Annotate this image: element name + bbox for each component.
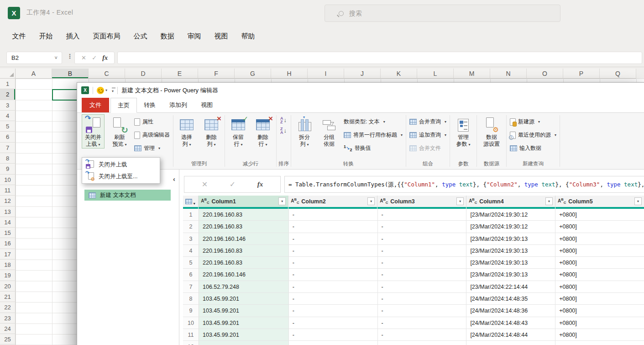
table-cell[interactable]: 220.196.160.146: [199, 233, 289, 244]
column-header-F[interactable]: F: [198, 69, 235, 79]
collapse-pane-icon[interactable]: ‹: [173, 175, 175, 183]
table-cell[interactable]: +0800]: [555, 209, 644, 220]
row-header-2[interactable]: 2: [0, 89, 16, 100]
pq-tab-view[interactable]: 视图: [194, 98, 220, 112]
table-cell[interactable]: -: [289, 269, 378, 280]
new-source-button[interactable]: 新建源: [508, 115, 558, 128]
table-cell[interactable]: [23/Mar/2024:19:30:12: [466, 209, 555, 220]
column-header-Column5[interactable]: ABCColumn5▼: [555, 196, 644, 207]
row-header-23[interactable]: 23: [0, 313, 16, 324]
table-cell[interactable]: -: [289, 221, 378, 232]
row-header-15[interactable]: 15: [0, 228, 16, 238]
row-number[interactable]: 10: [183, 317, 199, 329]
table-cell[interactable]: 220.196.160.83: [199, 209, 289, 220]
row-header-16[interactable]: 16: [0, 238, 16, 249]
formula-bar-input[interactable]: [117, 52, 642, 64]
row-number[interactable]: 2: [183, 221, 199, 232]
table-cell[interactable]: -: [378, 269, 467, 280]
table-row[interactable]: 11103.45.99.201--[24/Mar/2024:14:48:44+0…: [183, 329, 644, 341]
merge-queries-button[interactable]: 合并查询: [408, 115, 448, 128]
chevron-down-icon[interactable]: ▾: [105, 88, 107, 92]
manage-button[interactable]: 管理: [133, 142, 171, 155]
filter-dropdown-button[interactable]: ▼: [367, 197, 375, 205]
row-header-25[interactable]: 25: [0, 334, 16, 345]
row-number[interactable]: 8: [183, 293, 199, 304]
excel-tab-file[interactable]: 文件: [5, 27, 32, 46]
properties-button[interactable]: 属性: [133, 115, 171, 128]
menu-item-close-and-load[interactable]: ↷ 关闭并上载: [82, 159, 160, 170]
table-cell[interactable]: [24/Mar/2024:14:48:36: [466, 305, 555, 316]
table-cell[interactable]: [378, 341, 467, 345]
table-cell[interactable]: -: [289, 281, 378, 292]
table-cell[interactable]: -: [378, 281, 467, 292]
table-cell[interactable]: +0800]: [555, 233, 644, 244]
pq-tab-home[interactable]: 主页: [110, 98, 137, 113]
name-box[interactable]: B2 ˅: [6, 52, 62, 64]
row-header-5[interactable]: 5: [0, 121, 16, 132]
row-number[interactable]: 9: [183, 305, 199, 316]
replace-values-button[interactable]: 1↘2 替换值: [342, 142, 404, 155]
table-cell[interactable]: [555, 341, 644, 345]
text-type-icon[interactable]: ABC: [201, 197, 209, 205]
text-type-icon[interactable]: ABC: [291, 197, 299, 205]
table-row[interactable]: 9103.45.99.201--[24/Mar/2024:14:48:36+08…: [183, 305, 644, 317]
table-cell[interactable]: [289, 341, 378, 345]
table-row[interactable]: 7106.52.79.248--[23/Mar/2024:22:14:44+08…: [183, 281, 644, 293]
row-header-9[interactable]: 9: [0, 164, 16, 174]
table-cell[interactable]: [24/Mar/2024:14:48:44: [466, 329, 555, 340]
recent-sources-button[interactable]: 最近使用的源: [508, 128, 558, 142]
ribbon-display-options-icon[interactable]: ▾: [112, 88, 114, 93]
table-cell[interactable]: +0800]: [555, 329, 644, 340]
insert-function-icon[interactable]: fx: [102, 54, 108, 62]
table-cell[interactable]: 220.196.160.83: [199, 221, 289, 232]
row-header-1[interactable]: 1: [0, 79, 16, 89]
table-cell[interactable]: -: [378, 293, 467, 304]
table-corner-button[interactable]: ▼: [183, 196, 199, 207]
enter-data-button[interactable]: 输入数据: [508, 142, 558, 155]
data-source-settings-button[interactable]: ⚙ 数据 源设置: [479, 114, 504, 148]
table-cell[interactable]: +0800]: [555, 305, 644, 316]
table-row[interactable]: 8103.45.99.201--[24/Mar/2024:14:48:35+08…: [183, 293, 644, 305]
filter-dropdown-button[interactable]: ▼: [278, 197, 286, 205]
table-cell[interactable]: [24/Mar/2024:14:48:35: [466, 293, 555, 304]
filter-dropdown-button[interactable]: ▼: [545, 197, 553, 205]
select-all-corner[interactable]: [0, 69, 16, 79]
row-header-8[interactable]: 8: [0, 153, 16, 164]
row-header-10[interactable]: 10: [0, 175, 16, 185]
filter-dropdown-button[interactable]: ▼: [456, 197, 464, 205]
sort-descending-button[interactable]: ZA↓: [280, 127, 287, 134]
row-header-13[interactable]: 13: [0, 207, 16, 217]
column-header-B[interactable]: B: [52, 69, 89, 79]
row-number[interactable]: 12: [183, 341, 199, 345]
excel-tab-data[interactable]: 数据: [154, 27, 181, 46]
advanced-editor-button[interactable]: 高级编辑器: [133, 128, 171, 142]
table-cell[interactable]: -: [378, 317, 467, 329]
table-cell[interactable]: +0800]: [555, 281, 644, 292]
refresh-preview-button[interactable]: ↻ 刷新 预览: [108, 114, 131, 149]
row-header-24[interactable]: 24: [0, 324, 16, 334]
menu-item-close-and-load-to[interactable]: ↷⚙ 关闭并上载至...: [82, 170, 160, 182]
text-type-icon[interactable]: ABC: [469, 197, 477, 205]
table-cell[interactable]: [23/Mar/2024:19:30:13: [466, 257, 555, 268]
data-type-button[interactable]: 数据类型: 文本: [342, 115, 404, 128]
table-cell[interactable]: 103.45.99.201: [199, 329, 289, 340]
table-cell[interactable]: 220.196.160.146: [199, 269, 289, 280]
chevron-down-icon[interactable]: ˅: [55, 52, 58, 64]
table-cell[interactable]: -: [289, 209, 378, 220]
choose-columns-button[interactable]: 选择 列: [175, 114, 198, 149]
row-number[interactable]: 5: [183, 257, 199, 268]
column-header-J[interactable]: J: [344, 69, 381, 79]
column-header-E[interactable]: E: [162, 69, 198, 79]
row-header-6[interactable]: 6: [0, 132, 16, 142]
table-row[interactable]: 1220.196.160.83--[23/Mar/2024:19:30:12+0…: [183, 209, 644, 221]
row-header-4[interactable]: 4: [0, 111, 16, 121]
table-cell[interactable]: [23/Mar/2024:22:14:44: [466, 281, 555, 292]
remove-columns-button[interactable]: × 删除 列: [200, 114, 223, 149]
table-cell[interactable]: +0800]: [555, 221, 644, 232]
row-header-22[interactable]: 22: [0, 302, 16, 313]
excel-tab-home[interactable]: 开始: [32, 27, 59, 46]
column-header-Column3[interactable]: ABCColumn3▼: [377, 196, 466, 207]
table-row[interactable]: 10103.45.99.201--[24/Mar/2024:14:48:43+0…: [183, 317, 644, 329]
table-cell[interactable]: +0800]: [555, 245, 644, 256]
table-cell[interactable]: [23/Mar/2024:19:30:13: [466, 245, 555, 256]
